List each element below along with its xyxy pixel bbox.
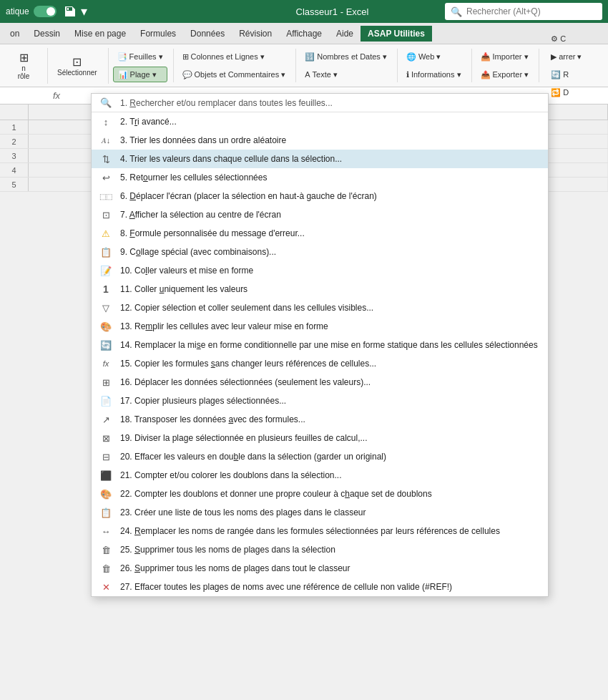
item9-icon: 📋 xyxy=(99,247,113,258)
dropdown-item-22[interactable]: 🎨 22. Compter les doublons et donner une… xyxy=(92,485,548,503)
search-icon: 🔍 xyxy=(451,6,462,17)
title-bar: atique ▾ Classeur1 - Excel 🔍 xyxy=(0,0,608,23)
dropdown-item-16[interactable]: ⊞ 16. Déplacer les données sélectionnées… xyxy=(92,373,548,392)
dropdown-item-5[interactable]: ↩ 5. Retourner les cellules sélectionnée… xyxy=(92,168,548,187)
item19-icon: ⊠ xyxy=(99,433,113,444)
colonnes-label: Colonnes et Lignes ▾ xyxy=(191,52,265,62)
colonnes-icon: ⊞ xyxy=(182,52,189,62)
web-button[interactable]: 🌐 Web ▾ xyxy=(402,49,466,64)
control-button[interactable]: ⊞ n rôle xyxy=(6,49,41,83)
select-button[interactable]: ⊡ Sélectionner xyxy=(52,49,102,83)
item22-icon: 🎨 xyxy=(99,489,113,500)
tab-on[interactable]: on xyxy=(3,26,26,42)
tab-formules[interactable]: Formules xyxy=(133,26,183,42)
dropdown-item-11[interactable]: 1 11. Coller uniquement les valeurs xyxy=(92,280,548,298)
fx-label: fx xyxy=(53,90,60,101)
tab-donnees[interactable]: Données xyxy=(183,26,232,42)
informations-label: Informations ▾ xyxy=(411,70,461,79)
item11-icon: 1 xyxy=(99,283,113,295)
web-label: Web ▾ xyxy=(418,52,441,62)
dropdown-item-17[interactable]: 📄 17. Copier plusieurs plages sélectionn… xyxy=(92,392,548,410)
search-icon: 🔍 xyxy=(99,97,113,108)
texte-button[interactable]: A Texte ▾ xyxy=(300,67,391,82)
d-button[interactable]: 🔁 D xyxy=(546,84,586,100)
item25-icon: 🗑 xyxy=(99,545,113,555)
item13-icon: 🎨 xyxy=(99,321,113,332)
dropdown-item-26[interactable]: 🗑 26. Supprimer tous les noms de plages … xyxy=(92,559,548,578)
tab-mise-en-page[interactable]: Mise en page xyxy=(67,26,133,42)
dropdown-item-15[interactable]: fx 15. Copier les formules sans changer … xyxy=(92,354,548,373)
dropdown-item-21[interactable]: ⬛ 21. Compter et/ou colorer les doublons… xyxy=(92,466,548,485)
item12-icon: ▽ xyxy=(99,303,113,313)
dropdown-item-7[interactable]: ⊡ 7. Afficher la sélection au centre de … xyxy=(92,205,548,224)
item18-icon: ↗ xyxy=(99,414,113,425)
item27-icon: ✕ xyxy=(99,582,113,593)
item14-icon: 🔄 xyxy=(99,340,113,351)
exporter-icon: 📤 xyxy=(481,70,491,79)
item21-icon: ⬛ xyxy=(99,470,113,481)
importer-button[interactable]: 📥 Importer ▾ xyxy=(476,49,534,64)
dropdown-item-4[interactable]: ⇅ 4. Trier les valeurs dans chaque cellu… xyxy=(92,150,548,168)
dropdown-search-text: 1. Rechercher et/ou remplacer dans toute… xyxy=(120,98,541,108)
dropdown-item-3[interactable]: 𝐴↓ 3. Trier les données dans un ordre al… xyxy=(92,131,548,150)
dropdown-item-24[interactable]: ↔ 24. Remplacer les noms de rangée dans … xyxy=(92,522,548,540)
dropdown-item-8[interactable]: ⚠ 8. Formule personnalisée du message d'… xyxy=(92,224,548,243)
item15-icon: fx xyxy=(99,359,113,368)
item23-icon: 📋 xyxy=(99,507,113,518)
ribbon-tabs: on Dessin Mise en page Formules Données … xyxy=(0,23,608,44)
feuilles-button[interactable]: 📑 Feuilles ▾ xyxy=(113,49,167,64)
informations-icon: ℹ xyxy=(406,70,409,79)
save-icon[interactable] xyxy=(64,5,77,18)
window-title: Classeur1 - Excel xyxy=(225,6,439,17)
nombres-label: Nombres et Dates ▾ xyxy=(317,52,387,62)
dropdown-item-2[interactable]: ↕ 2. Tri avancé... xyxy=(92,112,548,131)
dropdown-item-12[interactable]: ▽ 12. Copier sélection et coller seuleme… xyxy=(92,298,548,317)
dropdown-item-20[interactable]: ⊟ 20. Effacer les valeurs en double dans… xyxy=(92,447,548,466)
row-num-header-blank xyxy=(0,104,29,120)
objets-button[interactable]: 💬 Objets et Commentaires ▾ xyxy=(178,67,290,82)
dropdown-item-14[interactable]: 🔄 14. Remplacer la mise en forme conditi… xyxy=(92,336,548,354)
dropdown-item-19[interactable]: ⊠ 19. Diviser la plage sélectionnée en p… xyxy=(92,429,548,447)
r-button[interactable]: 🔄 R xyxy=(546,67,586,82)
dropdown-item-18[interactable]: ↗ 18. Transposer les données avec des fo… xyxy=(92,410,548,429)
importer-label: Importer ▾ xyxy=(493,52,529,62)
dropdown-search-item[interactable]: 🔍 1. Rechercher et/ou remplacer dans tou… xyxy=(92,94,548,112)
nombres-button[interactable]: 🔢 Nombres et Dates ▾ xyxy=(300,49,391,64)
tab-asap-utilities[interactable]: ASAP Utilities xyxy=(361,26,432,42)
item26-icon: 🗑 xyxy=(99,563,113,574)
nombres-icon: 🔢 xyxy=(305,52,315,62)
dropdown-item-23[interactable]: 📋 23. Créer une liste de tous les noms d… xyxy=(92,503,548,522)
objets-icon: 💬 xyxy=(182,70,192,79)
dropdown-item-10[interactable]: 📝 10. Coller valeurs et mise en forme xyxy=(92,261,548,280)
dropdown-item-25[interactable]: 🗑 25. Supprimer tous les noms de plages … xyxy=(92,540,548,559)
dropdown-item-9[interactable]: 📋 9. Collage spécial (avec combinaisons)… xyxy=(92,243,548,261)
item4-icon: ⇅ xyxy=(99,154,113,165)
ribbon-toolbar: ⊞ n rôle ⊡ Sélectionner 📑 Feuilles ▾ 📊 P… xyxy=(0,44,608,87)
plage-label: Plage ▾ xyxy=(130,70,157,79)
autosave-toggle[interactable] xyxy=(34,6,57,17)
undo-icon[interactable]: ▾ xyxy=(81,4,87,19)
exporter-button[interactable]: 📤 Exporter ▾ xyxy=(476,67,534,82)
informations-button[interactable]: ℹ Informations ▾ xyxy=(402,67,466,82)
dropdown-item-27[interactable]: ✕ 27. Effacer toutes les plages de noms … xyxy=(92,578,548,596)
app-label: atique xyxy=(6,6,29,16)
plage-icon: 📊 xyxy=(118,70,128,79)
tab-dessin[interactable]: Dessin xyxy=(26,26,67,42)
colonnes-button[interactable]: ⊞ Colonnes et Lignes ▾ xyxy=(178,49,290,64)
search-input[interactable] xyxy=(466,6,588,16)
plage-button[interactable]: 📊 Plage ▾ xyxy=(113,67,167,82)
c-button[interactable]: ⚙ C xyxy=(546,31,586,47)
web-icon: 🌐 xyxy=(406,52,416,62)
dropdown-item-13[interactable]: 🎨 13. Remplir les cellules avec leur val… xyxy=(92,317,548,336)
tab-affichage[interactable]: Affichage xyxy=(279,26,329,42)
texte-label: Texte ▾ xyxy=(313,70,338,79)
dropdown-item-6[interactable]: ⬚⬚ 6. Déplacer l'écran (placer la sélect… xyxy=(92,187,548,205)
item3-icon: 𝐴↓ xyxy=(99,136,113,145)
tab-revision[interactable]: Révision xyxy=(232,26,279,42)
item16-icon: ⊞ xyxy=(99,377,113,388)
tab-aide[interactable]: Aide xyxy=(329,26,361,42)
arrer-button[interactable]: ▶ arrer ▾ xyxy=(546,49,586,64)
item2-icon: ↕ xyxy=(99,117,113,127)
item7-icon: ⊡ xyxy=(99,210,113,220)
item24-icon: ↔ xyxy=(99,526,113,537)
